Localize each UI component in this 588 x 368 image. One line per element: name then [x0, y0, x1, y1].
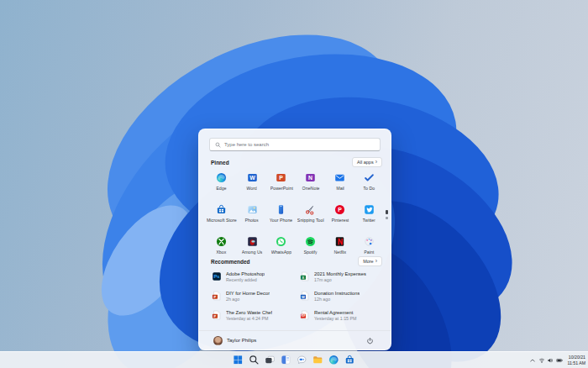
- svg-text:W: W: [302, 295, 305, 299]
- recommended-title: Recommended: [211, 259, 250, 265]
- battery-icon[interactable]: [556, 357, 563, 364]
- taskbar-clock[interactable]: 10/20/21 11:51 AM: [567, 355, 585, 366]
- microsoft-store-icon: [344, 355, 355, 365]
- taskbar-chat-button[interactable]: [296, 354, 308, 366]
- chevron-up-icon[interactable]: [529, 357, 536, 364]
- pinned-app-your-phone[interactable]: Your Phone: [267, 201, 297, 233]
- pinned-app-edge[interactable]: Edge: [206, 169, 238, 201]
- pinned-app-label: PowerPoint: [270, 186, 292, 191]
- pinned-app-powerpoint[interactable]: PPowerPoint: [267, 169, 297, 201]
- svg-text:Ps: Ps: [214, 274, 220, 279]
- recommended-item-title: DIY for Home Decor: [226, 291, 270, 296]
- taskbar: 10/20/21 11:51 AM: [0, 351, 588, 368]
- recommended-item-2021-monthly-expenses[interactable]: X2021 Monthly Expenses17m ago: [297, 268, 382, 285]
- store-icon: [216, 204, 227, 215]
- whatsapp-icon: [276, 236, 286, 247]
- power-button[interactable]: [366, 335, 376, 345]
- start-icon: [233, 355, 244, 365]
- edge-icon: [216, 172, 227, 183]
- pinned-app-label: Spotify: [304, 250, 318, 255]
- pinned-app-label: Among Us: [242, 250, 263, 255]
- powerpoint-file-icon: P: [212, 291, 222, 301]
- pinned-pager[interactable]: [386, 210, 388, 219]
- todo-icon: [364, 172, 375, 183]
- pinned-app-to-do[interactable]: To Do: [354, 169, 384, 201]
- chevron-right-icon: ›: [375, 260, 377, 263]
- taskbar-search-button[interactable]: [248, 354, 260, 366]
- pinned-app-label: Mail: [336, 186, 344, 191]
- pinned-app-label: Microsoft Store: [207, 218, 237, 223]
- tray-date: 10/20/21: [567, 355, 585, 360]
- pinned-app-label: Netflix: [333, 250, 346, 255]
- svg-text:PDF: PDF: [301, 314, 306, 318]
- pinned-app-onenote[interactable]: NOneNote: [296, 169, 325, 201]
- chat-icon: [297, 355, 307, 365]
- your-phone-icon: [276, 204, 286, 215]
- pinned-app-snipping-tool[interactable]: Snipping Tool: [296, 201, 325, 233]
- edge-icon: [328, 355, 339, 365]
- taskbar-file-explorer-button[interactable]: [312, 354, 324, 366]
- pinned-app-pinterest[interactable]: PPinterest: [325, 201, 354, 233]
- search-placeholder: Type here to search: [224, 142, 269, 147]
- pinned-app-label: WhatsApp: [271, 250, 292, 255]
- pinned-app-label: Word: [247, 186, 258, 191]
- recommended-item-the-zero-waste-chef[interactable]: PThe Zero Waste ChefYesterday at 4:24 PM: [209, 307, 294, 323]
- start-menu-footer: Taylor Philips: [199, 330, 391, 350]
- pinned-app-mail[interactable]: Mail: [325, 169, 354, 201]
- pinned-app-label: Pinterest: [331, 218, 349, 223]
- svg-text:P: P: [214, 295, 217, 299]
- pinned-app-photos[interactable]: Photos: [238, 201, 267, 233]
- pinned-app-microsoft-store[interactable]: Microsoft Store: [206, 201, 238, 233]
- photos-icon: [247, 204, 258, 215]
- pinned-app-label: Photos: [245, 218, 260, 223]
- netflix-icon: [334, 236, 345, 247]
- search-input[interactable]: Type here to search: [209, 138, 381, 151]
- taskbar-task-view-button[interactable]: [264, 354, 276, 366]
- taskbar-edge-button[interactable]: [328, 354, 340, 366]
- chevron-right-icon: ›: [375, 160, 377, 164]
- among-us-icon: [247, 236, 258, 247]
- xbox-icon: [216, 236, 227, 247]
- recommended-item-title: Adobe Photoshop: [226, 271, 265, 276]
- avatar: [213, 336, 223, 345]
- user-name: Taylor Philips: [227, 338, 256, 343]
- pinned-app-label: Xbox: [217, 250, 227, 255]
- system-tray[interactable]: 10/20/21 11:51 AM: [529, 352, 585, 368]
- taskbar-microsoft-store-button[interactable]: [344, 354, 356, 366]
- powerpoint-icon: P: [276, 172, 286, 183]
- taskbar-start-button[interactable]: [232, 354, 244, 366]
- volume-icon[interactable]: [547, 357, 554, 364]
- search-icon: [215, 142, 221, 148]
- recommended-item-title: Donation Instructions: [314, 291, 360, 296]
- recommended-item-rental-agreement[interactable]: PDFRental AgreementYesterday at 1:15 PM: [297, 307, 382, 323]
- recommended-item-diy-for-home-decor[interactable]: PDIY for Home Decor2h ago: [209, 287, 294, 304]
- powerpoint-file-icon: P: [212, 310, 222, 320]
- pinned-app-label: To Do: [364, 186, 375, 191]
- recommended-item-timestamp: Yesterday at 4:24 PM: [226, 316, 272, 321]
- recommended-item-donation-instructions[interactable]: WDonation Instructions12h ago: [297, 287, 382, 304]
- pinned-title: Pinned: [211, 160, 229, 166]
- user-profile-button[interactable]: Taylor Philips: [213, 336, 256, 345]
- twitter-icon: [364, 204, 375, 215]
- snipping-tool-icon: [305, 204, 316, 215]
- recommended-item-timestamp: 17m ago: [314, 277, 366, 282]
- task-view-icon: [265, 355, 276, 365]
- more-button[interactable]: More ›: [358, 256, 382, 266]
- pinned-app-label: Snipping Tool: [297, 218, 324, 223]
- start-menu: Type here to search Pinned All apps › Ed…: [198, 129, 391, 350]
- taskbar-widgets-button[interactable]: [280, 354, 292, 366]
- widgets-icon: [281, 355, 291, 365]
- onenote-icon: N: [305, 172, 316, 183]
- all-apps-button[interactable]: All apps ›: [352, 157, 382, 167]
- recommended-item-adobe-photoshop[interactable]: PsAdobe PhotoshopRecently added: [209, 268, 294, 285]
- file-explorer-icon: [312, 355, 323, 365]
- recommended-item-title: The Zero Waste Chef: [226, 310, 272, 315]
- pinned-app-word[interactable]: WWord: [238, 169, 267, 201]
- recommended-item-timestamp: Yesterday at 1:15 PM: [314, 316, 356, 321]
- mail-icon: [334, 172, 345, 183]
- pinned-app-twitter[interactable]: Twitter: [354, 201, 384, 233]
- wifi-icon[interactable]: [538, 357, 545, 364]
- svg-text:W: W: [249, 175, 255, 181]
- spotify-icon: [305, 236, 316, 247]
- pinned-grid: EdgeWWordPPowerPointNOneNoteMailTo DoMic…: [206, 169, 384, 265]
